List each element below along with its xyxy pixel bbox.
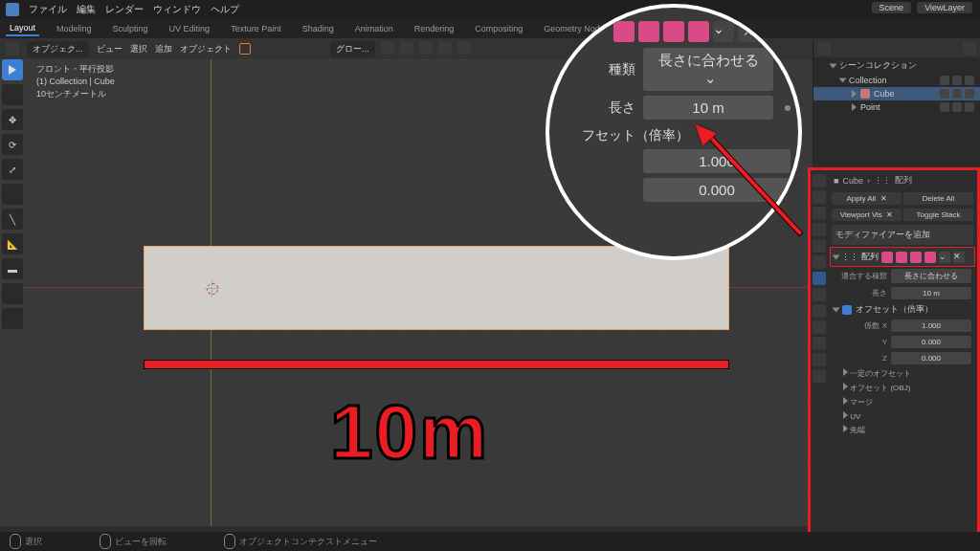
tab-constraint-icon[interactable] — [813, 320, 826, 334]
caps-section[interactable]: 先端 — [830, 423, 975, 437]
tab-world-icon[interactable] — [813, 239, 826, 253]
zoom-editmode-icon[interactable] — [613, 21, 635, 42]
outliner-scene-collection[interactable]: シーンコレクション — [813, 57, 980, 74]
mod-dropdown-icon[interactable]: ⌄ — [939, 252, 950, 263]
tab-uv[interactable]: UV Editing — [166, 22, 214, 35]
rotate-tool[interactable]: ⟳ — [2, 134, 23, 155]
tab-physics-icon[interactable] — [813, 304, 826, 318]
modifier-header[interactable]: ⋮⋮ 配列 ⌄ ✕ — [830, 247, 975, 267]
tab-animation[interactable]: Animation — [351, 22, 397, 35]
measure-tool[interactable]: 📐 — [2, 233, 23, 254]
menu-add[interactable]: 追加 — [155, 43, 172, 55]
menu-object[interactable]: オブジェクト — [180, 43, 232, 55]
overlay-icon[interactable] — [438, 41, 452, 55]
constant-offset-section[interactable]: 一定のオフセット — [830, 366, 975, 381]
tab-texture-icon[interactable] — [813, 369, 826, 383]
select-tool[interactable] — [2, 59, 23, 80]
keyframe-dot-icon[interactable] — [785, 105, 791, 111]
selectable-icon[interactable] — [952, 89, 962, 99]
menu-render[interactable]: レンダー — [105, 3, 144, 16]
zoom-dropdown-icon[interactable]: ⌄ — [713, 21, 734, 42]
viewport-vis-button[interactable]: Viewport Vis ✕ — [832, 209, 902, 221]
tab-modifier-icon[interactable] — [813, 272, 826, 285]
menu-view[interactable]: ビュー — [97, 43, 122, 55]
menu-edit[interactable]: 編集 — [77, 3, 96, 16]
zoom-render-icon[interactable] — [663, 21, 684, 42]
extra-tool-1[interactable] — [2, 283, 23, 304]
addcube-tool[interactable]: ▬ — [2, 258, 23, 279]
tab-shading[interactable]: Shading — [299, 22, 338, 35]
object-offset-section[interactable]: オフセット (OBJ) — [830, 381, 975, 395]
tab-render-icon[interactable] — [813, 174, 826, 187]
tab-layout[interactable]: Layout — [6, 21, 39, 36]
merge-section[interactable]: マージ — [830, 395, 975, 409]
scene-selector[interactable]: Scene — [872, 2, 912, 13]
tab-scene-icon[interactable] — [813, 223, 826, 236]
mode-dropdown[interactable]: オブジェク... — [27, 41, 89, 57]
editor-type-icon[interactable] — [6, 42, 19, 55]
tab-sculpting[interactable]: Sculpting — [109, 22, 152, 35]
apply-all-button[interactable]: Apply All ✕ — [832, 192, 902, 205]
gizmo-icon[interactable] — [457, 41, 471, 55]
cursor-tool[interactable] — [2, 84, 23, 105]
outliner-point[interactable]: Point — [813, 100, 980, 114]
menu-help[interactable]: ヘルプ — [211, 3, 239, 16]
cube-object[interactable] — [144, 246, 729, 330]
outliner-type-icon[interactable] — [817, 42, 831, 55]
origin-indicator-icon[interactable] — [239, 43, 251, 55]
viewport-subtitle: (1) Collection | Cube — [36, 76, 115, 88]
add-modifier-dropdown[interactable]: モディファイアーを追加 — [832, 225, 973, 245]
outliner-filter-icon[interactable] — [963, 42, 976, 55]
tab-object-icon[interactable] — [813, 255, 826, 269]
menu-file[interactable]: ファイル — [29, 3, 67, 16]
tab-data-icon[interactable] — [813, 337, 826, 350]
proportional-icon[interactable] — [419, 41, 433, 55]
tab-particles-icon[interactable] — [813, 288, 826, 301]
menu-window[interactable]: ウィンドウ — [153, 3, 201, 16]
status-context: オブジェクトコンテクストメニュー — [224, 534, 377, 549]
zoom-realtime-icon[interactable] — [638, 21, 659, 42]
zoom-type-dropdown[interactable]: 長さに合わせる ⌄ — [643, 48, 773, 91]
uv-section[interactable]: UV — [830, 409, 975, 423]
tab-output-icon[interactable] — [813, 190, 826, 204]
tab-material-icon[interactable] — [813, 353, 826, 366]
annotate-tool[interactable]: ╲ — [2, 209, 23, 230]
length-input[interactable]: 10 m — [891, 287, 971, 299]
outliner-panel: シーンコレクション Collection Cube Point — [813, 40, 980, 165]
pivot-icon[interactable] — [400, 41, 413, 55]
render-icon[interactable] — [965, 89, 974, 99]
orientation-dropdown[interactable]: グロー... — [330, 41, 375, 57]
viewlayer-selector[interactable]: ViewLayer — [917, 2, 972, 13]
extra-tool-2[interactable] — [2, 308, 23, 329]
factor-x-input[interactable]: 1.000 — [891, 320, 971, 332]
mod-render-icon[interactable] — [910, 252, 922, 263]
mod-editmode-icon[interactable] — [881, 252, 893, 263]
outliner-cube[interactable]: Cube — [813, 87, 980, 100]
delete-all-button[interactable]: Delete All — [903, 192, 973, 205]
menu-select[interactable]: 選択 — [130, 43, 147, 55]
toggle-stack-button[interactable]: Toggle Stack — [903, 209, 973, 221]
relative-offset-header[interactable]: オフセット（倍率） — [830, 301, 975, 318]
fit-type-dropdown[interactable]: 長さに合わせる — [891, 269, 971, 283]
outliner-collection[interactable]: Collection — [813, 74, 980, 87]
relative-offset-checkbox[interactable] — [842, 305, 852, 315]
tab-viewlayer-icon[interactable] — [813, 207, 826, 220]
mod-cage-icon[interactable] — [924, 252, 936, 263]
zoom-cage-icon[interactable] — [688, 21, 709, 42]
tab-rendering[interactable]: Rendering — [411, 22, 458, 35]
move-tool[interactable]: ✥ — [2, 109, 23, 130]
breadcrumb: ■Cube›⋮⋮配列 — [830, 170, 975, 190]
tab-modeling[interactable]: Modeling — [53, 22, 96, 35]
zoom-length-input[interactable]: 10 m — [643, 96, 773, 120]
snap-icon[interactable] — [381, 41, 394, 55]
tab-texpaint[interactable]: Texture Paint — [227, 22, 285, 35]
zoom-val1[interactable]: 1.000 — [643, 149, 791, 173]
tab-compositing[interactable]: Compositing — [471, 22, 526, 35]
mod-close-icon[interactable]: ✕ — [953, 252, 965, 263]
factor-z-input[interactable]: 0.000 — [891, 352, 971, 364]
mod-realtime-icon[interactable] — [896, 252, 907, 263]
visibility-icon[interactable] — [940, 89, 949, 99]
transform-tool[interactable] — [2, 184, 23, 205]
scale-tool[interactable]: ⤢ — [2, 159, 23, 180]
factor-y-input[interactable]: 0.000 — [891, 336, 971, 348]
